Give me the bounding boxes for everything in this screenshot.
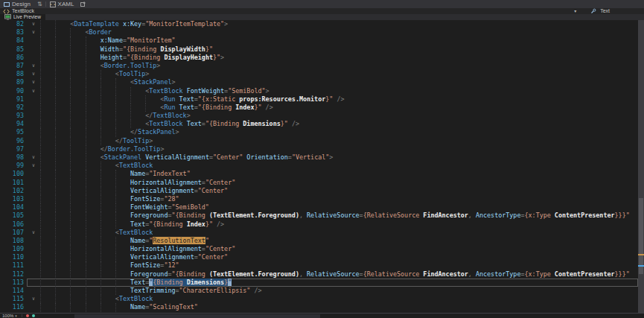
glyph-margin[interactable] xyxy=(0,128,7,136)
xaml-tab[interactable]: XAML xyxy=(46,0,78,8)
code-text[interactable]: <TextBlock xyxy=(40,229,638,237)
glyph-margin[interactable] xyxy=(0,270,7,279)
code-text[interactable]: HorizontalAlignment="Center" xyxy=(40,179,638,187)
code-line[interactable]: 88∨ <ToolTip> xyxy=(0,70,638,78)
glyph-margin[interactable] xyxy=(0,261,7,270)
error-indicator-icon[interactable] xyxy=(26,314,29,317)
code-text[interactable]: </ToolTip> xyxy=(40,137,638,145)
fold-toggle-icon[interactable]: ∨ xyxy=(27,78,40,86)
glyph-margin[interactable] xyxy=(0,153,7,162)
code-line[interactable]: 83∨ <Border xyxy=(0,28,638,36)
glyph-margin[interactable] xyxy=(0,195,7,203)
code-line[interactable]: 84 x:Name="MonitorItem" xyxy=(0,36,638,45)
fold-toggle-icon[interactable]: ∨ xyxy=(27,28,40,36)
code-text[interactable]: <TextBlock FontWeight="SemiBold"> xyxy=(40,87,638,95)
code-line[interactable]: 105 Foreground="{Binding (TextElement.Fo… xyxy=(0,212,638,220)
code-line[interactable]: 94 <TextBlock Text="{Binding Dimensions}… xyxy=(0,120,638,128)
code-line[interactable]: 111 FontSize="12" xyxy=(0,261,638,270)
glyph-margin[interactable] xyxy=(0,112,7,120)
fold-toggle-icon[interactable]: ∨ xyxy=(27,62,40,70)
code-line[interactable]: 93 </TextBlock> xyxy=(0,112,638,120)
breadcrumb-property[interactable]: ▾ Text xyxy=(574,8,644,14)
scrollbar-thumb[interactable] xyxy=(639,198,643,274)
glyph-margin[interactable] xyxy=(0,162,7,170)
popout-pane-icon[interactable] xyxy=(77,1,89,7)
glyph-margin[interactable] xyxy=(0,137,7,145)
code-text[interactable]: Name="ScalingText" xyxy=(40,303,638,311)
code-text[interactable]: <Border.ToolTip> xyxy=(40,62,638,70)
code-line[interactable]: 95 </StackPanel> xyxy=(0,128,638,136)
glyph-margin[interactable] xyxy=(0,104,7,112)
code-line[interactable]: 102 VerticalAlignment="Center" xyxy=(0,187,638,195)
glyph-margin[interactable] xyxy=(0,237,7,245)
code-line[interactable]: 116 Name="ScalingText" xyxy=(0,303,638,311)
code-text[interactable]: FontWeight="SemiBold" xyxy=(40,203,638,212)
code-text[interactable]: </Border.ToolTip> xyxy=(40,145,638,153)
glyph-margin[interactable] xyxy=(0,212,7,220)
code-line[interactable]: 86 Height="{Binding DisplayHeight}"> xyxy=(0,54,638,62)
breadcrumb-element[interactable]: TextBlock xyxy=(0,8,34,14)
glyph-margin[interactable] xyxy=(0,54,7,62)
fold-toggle-icon[interactable]: ∨ xyxy=(27,70,40,78)
fold-toggle-icon[interactable]: ∨ xyxy=(27,229,40,237)
code-line[interactable]: 90∨ <TextBlock FontWeight="SemiBold"> xyxy=(0,87,638,95)
code-line[interactable]: 108 Name="ResolutionText" xyxy=(0,237,638,245)
code-text[interactable]: <ToolTip> xyxy=(40,70,638,78)
horizontal-scrollbar-thumb[interactable] xyxy=(74,314,320,318)
glyph-margin[interactable] xyxy=(0,295,7,303)
code-line[interactable]: 115∨ <TextBlock xyxy=(0,295,638,303)
glyph-margin[interactable] xyxy=(0,203,7,212)
code-line[interactable]: 114 TextTrimming="CharacterEllipsis" /> xyxy=(0,287,638,295)
code-text[interactable]: <TextBlock Text="{Binding Dimensions}" /… xyxy=(40,120,638,128)
code-text[interactable]: Height="{Binding DisplayHeight}"> xyxy=(40,54,638,62)
code-line[interactable]: 82∨ <DataTemplate x:Key="MonitorItemTemp… xyxy=(0,20,638,28)
glyph-margin[interactable] xyxy=(0,28,7,36)
code-text[interactable]: <TextBlock xyxy=(40,295,638,303)
code-line[interactable]: 110 VerticalAlignment="Center" xyxy=(0,253,638,261)
vertical-scrollbar[interactable] xyxy=(638,20,644,313)
glyph-margin[interactable] xyxy=(0,87,7,95)
glyph-margin[interactable] xyxy=(0,245,7,253)
chevron-down-icon[interactable]: ▾ xyxy=(574,8,576,14)
code-text[interactable]: <Run Text="{x:Static props:Resources.Mon… xyxy=(40,95,638,104)
glyph-margin[interactable] xyxy=(0,287,7,295)
code-text[interactable]: x:Name="MonitorItem" xyxy=(40,36,638,45)
glyph-margin[interactable] xyxy=(0,229,7,237)
code-line[interactable]: 101 HorizontalAlignment="Center" xyxy=(0,179,638,187)
glyph-margin[interactable] xyxy=(0,70,7,78)
fold-toggle-icon[interactable]: ∨ xyxy=(27,162,40,170)
glyph-margin[interactable] xyxy=(0,170,7,178)
code-text[interactable]: </TextBlock> xyxy=(40,112,638,120)
fold-toggle-icon[interactable]: ∨ xyxy=(27,87,40,95)
fold-toggle-icon[interactable]: ∨ xyxy=(27,153,40,162)
code-text[interactable]: TextTrimming="CharacterEllipsis" /> xyxy=(40,287,638,295)
glyph-margin[interactable] xyxy=(0,303,7,311)
code-text[interactable]: <TextBlock xyxy=(40,162,638,170)
code-text[interactable]: <DataTemplate x:Key="MonitorItemTemplate… xyxy=(40,20,638,28)
code-line[interactable]: 91 <Run Text="{x:Static props:Resources.… xyxy=(0,95,638,104)
code-text[interactable]: Foreground="{Binding (TextElement.Foregr… xyxy=(40,270,638,279)
code-text[interactable]: Name="ResolutionText" xyxy=(40,237,638,245)
code-line[interactable]: 106 Text="{Binding Index}" /> xyxy=(0,220,638,229)
zoom-control[interactable]: 100% ▾ xyxy=(0,314,19,318)
glyph-margin[interactable] xyxy=(0,78,7,86)
glyph-margin[interactable] xyxy=(0,36,7,45)
tab-live-preview[interactable]: Live Preview xyxy=(0,14,45,20)
code-line[interactable]: 113 Text="{Binding Dimensions}" xyxy=(0,279,638,287)
glyph-margin[interactable] xyxy=(0,20,7,28)
code-line[interactable]: 100 Name="IndexText" xyxy=(0,170,638,178)
code-line[interactable]: 96 </ToolTip> xyxy=(0,137,638,145)
glyph-margin[interactable] xyxy=(0,62,7,70)
code-line[interactable]: 107∨ <TextBlock xyxy=(0,229,638,237)
health-indicator-icon[interactable] xyxy=(32,314,35,317)
code-text[interactable]: <Run Text="{Binding Index}" /> xyxy=(40,104,638,112)
code-line[interactable]: 103 FontSize="28" xyxy=(0,195,638,203)
code-text[interactable]: VerticalAlignment="Center" xyxy=(40,253,638,261)
glyph-margin[interactable] xyxy=(0,45,7,54)
glyph-margin[interactable] xyxy=(0,253,7,261)
glyph-margin[interactable] xyxy=(0,220,7,229)
code-text[interactable]: Text="{Binding Dimensions}" xyxy=(40,279,638,287)
code-text[interactable]: Foreground="{Binding (TextElement.Foregr… xyxy=(40,212,638,220)
code-text[interactable]: </StackPanel> xyxy=(40,128,638,136)
code-text[interactable]: Text="{Binding Index}" /> xyxy=(40,220,638,229)
